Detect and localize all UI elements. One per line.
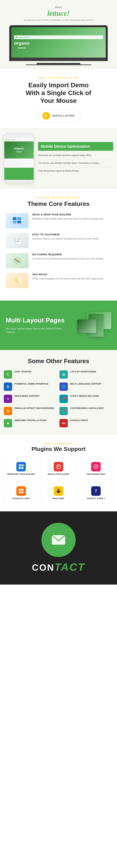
instagram-icon <box>91 462 101 471</box>
phone-menu-icon: □ <box>27 180 28 182</box>
wpbakery-name: WPBAKERY PAGE BUILDER <box>7 473 35 475</box>
laptop-nav: 🌿 organic market <box>14 35 103 39</box>
multilang-icon: 🌐 <box>60 382 68 391</box>
contact-section: ConTACT <box>0 512 117 585</box>
easy-updates-text: EASY UPDATES <box>14 370 32 373</box>
other-features-title: Some Other Features <box>4 358 113 365</box>
svg-rect-6 <box>17 238 21 239</box>
easy-updates-icon: ↻ <box>4 370 12 379</box>
feature-desc-coding: No need to be a professional web develop… <box>32 257 111 260</box>
shortcodes-text: LOTS OF SHORTCODES <box>70 370 96 373</box>
svg-rect-3 <box>17 221 21 223</box>
plugins-grid: WPBAKERY PAGE BUILDER REVOLUTION SLIDER … <box>4 458 113 504</box>
phone-bar-1 <box>5 160 33 161</box>
admin-label: POWERFUL ADMIN INTERFACE <box>14 382 48 385</box>
svg-rect-17 <box>19 464 21 466</box>
feature-desc-seo: HTML code integrated into the theme meet… <box>32 277 111 281</box>
laptop-screen: 🌿 organic market Organic market <box>11 27 106 58</box>
feature-item-parallax: ⧉ PARALLAX EFFECT BACKGROUNDS <box>4 407 57 415</box>
svg-point-33 <box>57 490 58 491</box>
device-card-tablet <box>77 319 96 333</box>
googlefonts-label: GOOGLE FONTS <box>70 419 88 422</box>
feature-row-coding: </> NO CODING REQUIRED No need to be a p… <box>6 253 111 268</box>
easy-updates-label: EASY UPDATES <box>14 370 32 373</box>
svg-point-21 <box>56 465 61 469</box>
svg-rect-19 <box>19 467 21 469</box>
fontello-label: AWESOME FONTELLO ICONS <box>14 419 46 422</box>
instagram-name: INSTAGRAM FEED <box>87 473 105 475</box>
plugin-card-instagram: INSTAGRAM FEED <box>79 458 113 479</box>
feature-img-seo-icon <box>6 273 29 288</box>
googlefonts-icon: Aa <box>60 419 68 427</box>
googlemap-label: CUSTOMIZABLE GOOGLE MAP <box>70 407 104 409</box>
features-grid: ↻ EASY UPDATES ⊞ LOTS OF SHORTCODES ⚙ PO… <box>4 370 113 427</box>
hero-meet-text: Meet <box>4 6 113 9</box>
feature-row-seo: SEO READY HTML code integrated into the … <box>6 273 111 288</box>
megamenu-label: MEGA MENU SUPPORT <box>14 395 40 397</box>
svg-rect-7 <box>17 240 20 240</box>
plugins-label: FREE & COMPATIBLE <box>4 442 113 445</box>
multilang-label: MULTI LANGUAGE SUPPORT <box>70 382 102 385</box>
feature-item-megamenu: ≡ MEGA MENU SUPPORT <box>4 395 57 403</box>
megamenu-text: MEGA MENU SUPPORT <box>14 395 40 397</box>
plugin-card-contact7: 7 CONTACT FORM 7 <box>79 482 113 504</box>
phone-bottom-bar: ⌂ ← □ <box>4 180 34 183</box>
phone-nav: 🌿 organic market <box>4 138 34 142</box>
googlemap-icon: 📍 <box>60 407 68 415</box>
feature-item-fontello: ★ AWESOME FONTELLO ICONS <box>4 419 57 427</box>
phone-bar-2 <box>5 161 22 162</box>
install-label: INSTALLATION <box>52 114 74 117</box>
svg-rect-0 <box>13 217 16 220</box>
phone-back-icon: ← <box>18 180 20 182</box>
fontello-text: AWESOME FONTELLO ICONS <box>14 419 46 422</box>
logo-text: lettuce! <box>47 9 70 17</box>
sticky-icon: 📌 <box>60 395 68 403</box>
phone-home-icon: ⌂ <box>10 180 11 182</box>
multilang-text: MULTI LANGUAGE SUPPORT <box>70 382 102 385</box>
laptop-screen-inner: 🌿 organic market Organic market <box>11 27 106 58</box>
feature-item-admin: ⚙ POWERFUL ADMIN INTERFACE <box>4 382 57 391</box>
hero-logo: lettuce! <box>4 9 113 18</box>
one-click-section: ONE CLICK INSTALLATION Easily Import Dem… <box>0 69 117 128</box>
plugin-card-revolution: REVOLUTION SLIDER <box>41 458 76 479</box>
plugin-card-essential: ESSENTIAL GRID <box>4 482 38 504</box>
feature-item-easy-updates: ↻ EASY UPDATES <box>4 370 57 379</box>
shortcodes-label: LOTS OF SHORTCODES <box>70 370 96 373</box>
mobile-feature-text-1: Absolutely all scrollable sections suppo… <box>38 154 113 157</box>
laptop-mockup: 🌿 organic market Organic market <box>9 25 108 61</box>
revolution-name: REVOLUTION SLIDER <box>48 473 69 475</box>
feature-item-multilang: 🌐 MULTI LANGUAGE SUPPORT <box>60 382 113 391</box>
svg-rect-1 <box>17 217 21 220</box>
laptop-foot <box>26 64 91 65</box>
admin-icon: ⚙ <box>4 382 12 391</box>
feature-desc-drag: WPBakery Page Builder offers amazing too… <box>32 217 111 221</box>
mobile-section: 🌿 organic market Organic market ⌂ ← □ Mo… <box>0 128 117 189</box>
parallax-text: PARALLAX EFFECT BACKGROUNDS <box>14 407 54 409</box>
contact-wrapper: ConTACT <box>32 523 85 573</box>
feature-title-drag: DRAG & DROP PAGE BUILDER <box>32 213 111 216</box>
installation-button[interactable]: ⚙ INSTALLATION <box>36 109 81 122</box>
contact7-name: CONTACT FORM 7 <box>87 497 105 500</box>
mobile-title: Mobile Device Optimization <box>38 142 113 151</box>
contact7-icon: 7 <box>91 486 101 496</box>
multi-layout-image <box>70 308 111 342</box>
laptop-base <box>11 58 106 61</box>
feature-img-easy-icon <box>6 233 29 248</box>
one-click-title: Easily Import Demo With a Single Click o… <box>6 81 111 104</box>
contact-label: ConTACT <box>32 561 85 573</box>
feature-title-easy: EASY TO CUSTOMIZE <box>32 233 111 236</box>
googlemap-text: CUSTOMIZABLE GOOGLE MAP <box>70 407 104 409</box>
feature-title-coding: NO CODING REQUIRED <box>32 253 111 256</box>
feature-image-seo <box>6 273 29 288</box>
feature-row-easy: EASY TO CUSTOMIZE Awesome easy-to-use op… <box>6 233 111 248</box>
multi-layout-title: Multi Layout Pages <box>6 316 66 324</box>
admin-text: POWERFUL ADMIN INTERFACE <box>14 382 48 385</box>
svg-rect-8 <box>17 241 20 242</box>
revolution-icon <box>54 462 63 471</box>
phone-bar-3 <box>5 163 33 164</box>
plugin-card-mailchimp: MAILCHIMP <box>41 482 76 504</box>
googlefonts-text: GOOGLE FONTS <box>70 419 88 422</box>
svg-point-24 <box>97 465 98 466</box>
essential-name: ESSENTIAL GRID <box>12 497 30 500</box>
laptop-nav-logo: 🌿 organic market <box>15 36 29 38</box>
